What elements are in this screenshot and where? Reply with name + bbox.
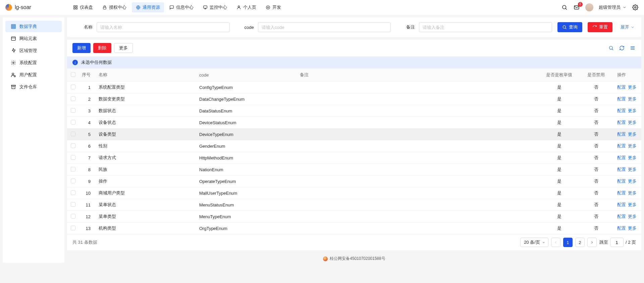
op-more[interactable]: 更多	[628, 214, 637, 219]
search-icon[interactable]	[561, 4, 568, 11]
table-row[interactable]: 10 商城用户类型 MallUserTypeEnum 是 否 配置更多	[67, 187, 641, 199]
row-checkbox[interactable]	[71, 132, 75, 136]
row-checkbox[interactable]	[71, 179, 75, 183]
row-checkbox[interactable]	[71, 96, 75, 101]
select-all-checkbox[interactable]	[71, 72, 75, 77]
table-row[interactable]: 2 数据变更类型 DataChangeTypeEnum 是 否 配置更多	[67, 93, 641, 105]
row-checkbox[interactable]	[71, 226, 75, 230]
page-size-select[interactable]: 20 条/页	[520, 238, 548, 247]
cell-index: 3	[79, 105, 96, 117]
op-more[interactable]: 更多	[628, 190, 637, 195]
query-button[interactable]: 查询	[557, 22, 582, 32]
op-more[interactable]: 更多	[628, 226, 637, 231]
table-row[interactable]: 4 设备状态 DeviceStatusEnum 是 否 配置更多	[67, 117, 641, 129]
next-page[interactable]	[587, 238, 597, 247]
table-row[interactable]: 13 机构类型 OrgTypeEnum 是 否 配置更多	[67, 223, 641, 234]
field-input[interactable]	[258, 22, 391, 32]
op-more[interactable]: 更多	[628, 167, 637, 172]
op-config[interactable]: 配置	[617, 85, 626, 90]
op-config[interactable]: 配置	[617, 190, 626, 195]
menu-item-1[interactable]: 授权中心	[98, 2, 130, 12]
menu-item-6[interactable]: 开发	[262, 2, 285, 12]
sidebar-item-1[interactable]: 网站元素	[5, 33, 62, 44]
reset-button[interactable]: 重置	[588, 22, 612, 32]
op-more[interactable]: 更多	[628, 96, 637, 101]
op-more[interactable]: 更多	[628, 143, 637, 148]
op-config[interactable]: 配置	[617, 179, 626, 184]
menu-item-5[interactable]: 个人页	[232, 2, 260, 12]
add-button[interactable]: 新增	[72, 43, 91, 53]
op-config[interactable]: 配置	[617, 226, 626, 231]
svg-rect-2	[74, 8, 75, 9]
op-config[interactable]: 配置	[617, 202, 626, 207]
row-checkbox[interactable]	[71, 167, 75, 172]
row-checkbox[interactable]	[71, 190, 75, 195]
op-more[interactable]: 更多	[628, 108, 637, 113]
columns-icon[interactable]	[629, 45, 636, 51]
sidebar-item-3[interactable]: 系统配置	[5, 57, 62, 68]
more-button[interactable]: 更多	[114, 43, 133, 53]
svg-rect-17	[11, 85, 15, 86]
cell-ops: 配置更多	[614, 176, 641, 187]
op-config[interactable]: 配置	[617, 96, 626, 101]
op-more[interactable]: 更多	[628, 179, 637, 184]
page-2[interactable]: 2	[575, 238, 585, 247]
row-checkbox[interactable]	[71, 202, 75, 207]
op-more[interactable]: 更多	[628, 155, 637, 160]
field-input[interactable]	[97, 22, 230, 32]
prev-page[interactable]	[551, 238, 560, 247]
table-row[interactable]: 11 菜单状态 MenuStatusEnum 是 否 配置更多	[67, 199, 641, 211]
row-checkbox[interactable]	[71, 155, 75, 160]
notification-icon[interactable]: 6	[573, 4, 580, 11]
sidebar-item-4[interactable]: 用户配置	[5, 69, 62, 81]
op-config[interactable]: 配置	[617, 155, 626, 160]
field-input[interactable]	[419, 22, 552, 32]
page-1[interactable]: 1	[563, 238, 573, 247]
table-row[interactable]: 8 民族 NationEnum 是 否 配置更多	[67, 164, 641, 176]
user-avatar[interactable]	[585, 3, 593, 11]
sidebar-item-5[interactable]: 文件仓库	[5, 81, 62, 93]
cell-disabled: 否	[578, 140, 614, 152]
row-checkbox[interactable]	[71, 143, 75, 148]
delete-button[interactable]: 删除	[93, 43, 111, 53]
jump-input[interactable]	[610, 238, 624, 247]
settings-icon[interactable]	[632, 4, 639, 11]
menu-item-0[interactable]: 仪表盘	[69, 2, 97, 12]
table-row[interactable]: 3 数据状态 DataStatusEnum 是 否 配置更多	[67, 105, 641, 117]
table-search-icon[interactable]	[608, 45, 614, 51]
sidebar-label: 网站元素	[19, 36, 37, 42]
row-checkbox[interactable]	[71, 214, 75, 219]
row-checkbox[interactable]	[71, 120, 75, 125]
table-row[interactable]: 6 性别 GenderEnum 是 否 配置更多	[67, 140, 641, 152]
op-more[interactable]: 更多	[628, 132, 637, 137]
op-more[interactable]: 更多	[628, 85, 637, 90]
app-logo[interactable]: lg-soar	[5, 4, 66, 11]
table-row[interactable]: 5 设备类型 DeviceTypeEnum 是 否 配置更多	[67, 129, 641, 140]
expand-toggle[interactable]: 展开	[621, 24, 635, 30]
op-more[interactable]: 更多	[628, 120, 637, 125]
row-checkbox[interactable]	[71, 108, 75, 113]
user-dropdown[interactable]: 超级管理员	[599, 4, 627, 10]
table-row[interactable]: 1 系统配置类型 ConfigTypeEnum 是 否 配置更多	[67, 82, 641, 93]
table-row[interactable]: 7 请求方式 HttpMethodEnum 是 否 配置更多	[67, 152, 641, 164]
op-config[interactable]: 配置	[617, 132, 626, 137]
pin-icon	[11, 48, 16, 53]
row-checkbox[interactable]	[71, 85, 75, 89]
op-config[interactable]: 配置	[617, 120, 626, 125]
op-more[interactable]: 更多	[628, 202, 637, 207]
menu-item-2[interactable]: 通用资源	[132, 2, 164, 12]
op-config[interactable]: 配置	[617, 167, 626, 172]
refresh-icon[interactable]	[619, 45, 625, 51]
menu-item-4[interactable]: 监控中心	[199, 2, 231, 12]
op-config[interactable]: 配置	[617, 214, 626, 219]
table-row[interactable]: 12 菜单类型 MenuTypeEnum 是 否 配置更多	[67, 211, 641, 223]
op-config[interactable]: 配置	[617, 143, 626, 148]
cell-index: 7	[79, 152, 96, 164]
table-row[interactable]: 9 操作 OperateTypeEnum 是 否 配置更多	[67, 176, 641, 187]
jump-suffix: / 2 页	[626, 239, 636, 245]
sidebar-item-0[interactable]: 数据字典	[5, 21, 62, 32]
sidebar-item-2[interactable]: 区域管理	[5, 45, 62, 56]
svg-point-11	[635, 7, 636, 8]
op-config[interactable]: 配置	[617, 108, 626, 113]
menu-item-3[interactable]: 信息中心	[165, 2, 198, 12]
